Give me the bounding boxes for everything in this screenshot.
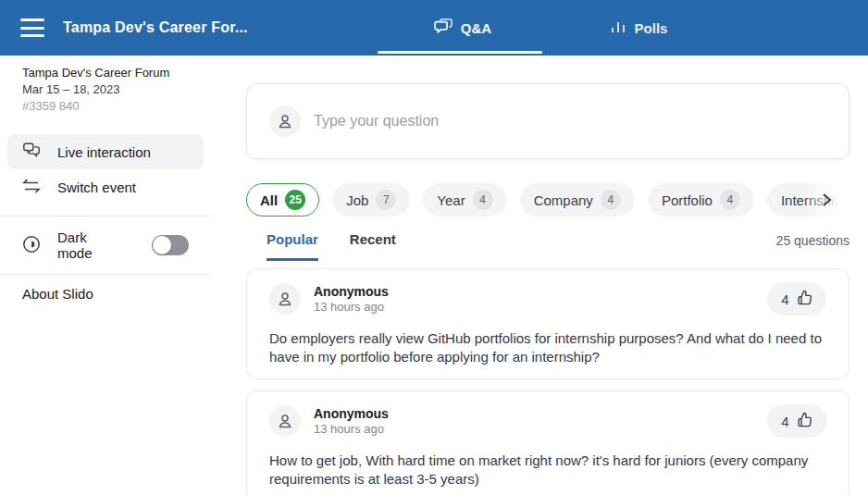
sidebar-item-switch-event[interactable]: Switch event xyxy=(7,169,204,204)
avatar xyxy=(269,105,301,137)
tab-popular[interactable]: Popular xyxy=(267,228,318,261)
avatar xyxy=(269,283,301,315)
sidebar-divider xyxy=(0,216,211,217)
tab-recent[interactable]: Recent xyxy=(350,228,396,261)
chip-label: Portfolio xyxy=(662,192,713,208)
hamburger-menu-icon[interactable] xyxy=(20,19,44,37)
toggle-knob xyxy=(153,236,171,254)
chip-label: Job xyxy=(346,192,368,208)
chips-scroll-right-button[interactable] xyxy=(814,188,838,212)
tab-polls-label: Polls xyxy=(635,20,668,36)
tab-qa-label: Q&A xyxy=(461,20,491,36)
sidebar-item-label: Switch event xyxy=(57,179,136,195)
chip-count-badge: 7 xyxy=(376,190,396,210)
chip-label: All xyxy=(260,192,278,208)
topbar: Tampa Dev's Career For... Q&A Polls xyxy=(0,0,868,56)
topbar-event-title: Tampa Dev's Career For... xyxy=(63,19,248,36)
swap-arrows-icon xyxy=(22,179,41,196)
chip-year[interactable]: Year 4 xyxy=(423,183,506,217)
event-meta: Tampa Dev's Career Forum Mar 15 – 18, 20… xyxy=(0,56,211,114)
question-text: Do employers really view GitHub portfoli… xyxy=(269,329,826,366)
chip-portfolio[interactable]: Portfolio 4 xyxy=(648,183,754,217)
question-text: How to get job, With hard time on market… xyxy=(269,452,826,489)
avatar xyxy=(269,405,301,437)
thumbs-up-icon xyxy=(797,290,812,308)
chip-label: Company xyxy=(534,192,593,208)
chip-label: Year xyxy=(437,192,465,208)
chip-count-badge: 4 xyxy=(601,190,621,210)
tab-qa[interactable]: Q&A xyxy=(375,0,551,56)
chip-count-badge: 4 xyxy=(473,190,493,210)
chat-bubbles-icon xyxy=(22,142,41,161)
vote-count: 4 xyxy=(781,414,788,429)
event-code: #3359 840 xyxy=(22,98,189,114)
about-slido-link[interactable]: About Slido xyxy=(0,286,211,302)
sidebar-divider xyxy=(0,274,211,275)
dark-mode-label: Dark mode xyxy=(57,229,124,261)
question-author: Anonymous xyxy=(314,284,389,300)
question-card: Anonymous 13 hours ago 4 How to get job,… xyxy=(246,390,849,495)
question-timestamp: 13 hours ago xyxy=(314,422,389,437)
dark-mode-toggle[interactable] xyxy=(152,235,189,255)
sidebar-menu: Live interaction Switch event xyxy=(0,134,211,204)
chip-company[interactable]: Company 4 xyxy=(520,183,635,217)
thumbs-up-icon xyxy=(797,412,812,430)
chip-all[interactable]: All 25 xyxy=(246,183,319,217)
upvote-button[interactable]: 4 xyxy=(767,282,826,316)
question-timestamp: 13 hours ago xyxy=(314,300,389,315)
topbar-tabs: Q&A Polls xyxy=(375,0,726,56)
bar-chart-icon xyxy=(610,19,626,38)
questions-count: 25 questions xyxy=(776,228,849,248)
sidebar-item-label: Live interaction xyxy=(57,144,151,160)
question-author: Anonymous xyxy=(314,406,389,422)
chip-job[interactable]: Job 7 xyxy=(332,183,410,217)
qa-main: All 25 Job 7 Year 4 Company 4 Portfolio … xyxy=(211,56,868,495)
tab-polls[interactable]: Polls xyxy=(551,0,726,56)
vote-count: 4 xyxy=(781,291,788,307)
contrast-icon xyxy=(22,235,41,256)
chip-count-badge: 25 xyxy=(285,190,305,210)
question-list: Anonymous 13 hours ago 4 Do employers re… xyxy=(246,268,849,495)
speech-bubbles-icon xyxy=(434,19,453,38)
topic-chips-row: All 25 Job 7 Year 4 Company 4 Portfolio … xyxy=(246,183,868,217)
event-dates: Mar 15 – 18, 2023 xyxy=(22,81,189,97)
ask-question-card[interactable] xyxy=(246,83,849,159)
event-name: Tampa Dev's Career Forum xyxy=(22,65,189,80)
question-list-header: Popular Recent 25 questions xyxy=(246,228,849,262)
question-input[interactable] xyxy=(314,113,826,130)
dark-mode-row: Dark mode xyxy=(0,228,211,263)
upvote-button[interactable]: 4 xyxy=(767,404,826,438)
sidebar-item-live-interaction[interactable]: Live interaction xyxy=(7,134,204,169)
question-card: Anonymous 13 hours ago 4 Do employers re… xyxy=(246,268,849,379)
sidebar: Tampa Dev's Career Forum Mar 15 – 18, 20… xyxy=(0,56,211,495)
chip-count-badge: 4 xyxy=(720,190,740,210)
